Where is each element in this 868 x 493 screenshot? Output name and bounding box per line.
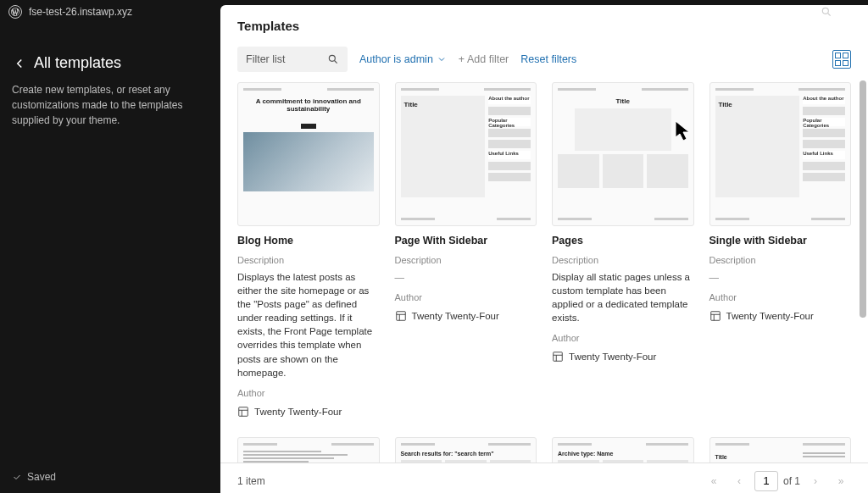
template-name: Single with Sidebar <box>709 235 852 246</box>
template-name: Pages <box>552 235 694 246</box>
svg-line-1 <box>828 14 831 16</box>
reset-filters-button[interactable]: Reset filters <box>520 53 576 65</box>
author-row: Twenty Twenty-Four <box>709 309 852 323</box>
svg-rect-13 <box>710 312 720 321</box>
theme-icon <box>395 310 407 322</box>
template-thumbnail[interactable]: TitleAbout the authorPopular CategoriesU… <box>709 82 852 226</box>
template-thumbnail[interactable]: A commitment to innovation and sustainab… <box>237 82 380 226</box>
template-name: Blog Home <box>237 235 380 246</box>
item-count: 1 item <box>237 475 265 487</box>
description-label: Description <box>237 255 380 265</box>
template-card[interactable]: TitleAbout the authorPopular CategoriesU… <box>395 82 537 418</box>
description-label: Description <box>395 255 537 265</box>
svg-rect-7 <box>396 312 405 321</box>
filter-bar: Filter list Author is admin + Add filter… <box>237 47 851 72</box>
add-filter-button[interactable]: + Add filter <box>459 53 509 65</box>
main-panel: Templates Filter list Author is admin + … <box>220 5 868 493</box>
description-value: Display all static pages unless a custom… <box>552 270 694 324</box>
template-thumbnail[interactable]: Title <box>709 437 852 463</box>
page-prev-button[interactable]: ‹ <box>729 471 749 491</box>
author-filter-chip[interactable]: Author is admin <box>359 53 447 65</box>
description-label: Description <box>709 255 852 265</box>
author-label: Author <box>237 388 380 398</box>
template-name: Page With Sidebar <box>395 235 537 246</box>
author-row: Twenty Twenty-Four <box>552 350 694 363</box>
page-next-button[interactable]: › <box>805 471 826 491</box>
sidebar-title: All templates <box>34 54 121 72</box>
description-value: Displays the latest posts as either the … <box>237 270 380 379</box>
page-last-button[interactable]: » <box>831 471 851 491</box>
author-label: Author <box>709 292 852 302</box>
template-thumbnail[interactable]: Title <box>552 82 694 226</box>
author-row: Twenty Twenty-Four <box>237 405 380 418</box>
sidebar-panel: All templates Create new templates, or r… <box>0 0 220 493</box>
panel-footer: 1 item « ‹ of 1 › » <box>220 463 868 493</box>
author-row: Twenty Twenty-Four <box>395 309 537 323</box>
template-card[interactable]: TitleAbout the authorPopular CategoriesU… <box>709 82 852 418</box>
page-first-button[interactable]: « <box>704 471 724 491</box>
sidebar-description: Create new templates, or reset any custo… <box>12 82 209 128</box>
author-label: Author <box>395 292 537 302</box>
theme-icon <box>552 351 564 363</box>
grid-view-toggle[interactable] <box>832 50 851 69</box>
template-thumbnail[interactable] <box>237 437 380 463</box>
template-thumbnail[interactable]: Archive type: Name <box>552 437 694 463</box>
template-card[interactable]: A commitment to innovation and sustainab… <box>237 82 380 418</box>
svg-rect-10 <box>554 352 563 362</box>
description-value: — <box>709 270 852 284</box>
theme-icon <box>709 310 721 322</box>
theme-icon <box>237 406 249 418</box>
scrollbar[interactable] <box>860 80 866 318</box>
template-card[interactable]: TitlePagesDescriptionDisplay all static … <box>552 82 694 418</box>
template-thumbnail[interactable]: Search results for: "search term" <box>395 437 537 463</box>
svg-line-3 <box>335 61 337 64</box>
svg-point-0 <box>822 8 828 14</box>
back-chevron-icon[interactable] <box>12 56 27 71</box>
wordpress-logo-icon[interactable] <box>8 5 22 19</box>
page-current-input[interactable] <box>754 471 778 491</box>
svg-rect-4 <box>239 407 248 417</box>
author-label: Author <box>552 333 694 343</box>
filter-search-input[interactable]: Filter list <box>237 47 348 72</box>
description-label: Description <box>552 255 694 265</box>
search-icon[interactable] <box>821 6 832 18</box>
magnify-icon <box>327 53 339 65</box>
pagination: « ‹ of 1 › » <box>704 471 851 491</box>
saved-status: Saved <box>12 471 56 483</box>
template-thumbnail[interactable]: TitleAbout the authorPopular CategoriesU… <box>395 82 537 226</box>
svg-point-2 <box>329 55 335 61</box>
description-value: — <box>395 270 537 284</box>
site-name[interactable]: fse-test-26.instawp.xyz <box>29 6 132 18</box>
page-of-label: of 1 <box>783 475 800 487</box>
